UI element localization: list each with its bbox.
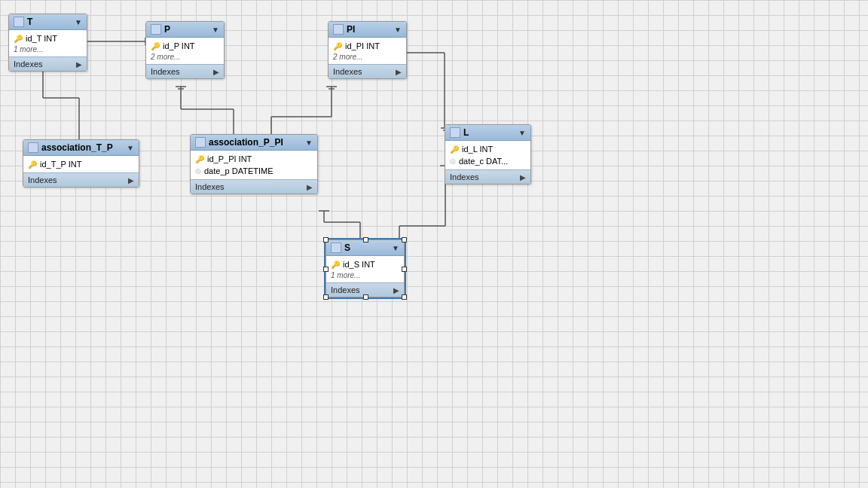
handle-tr[interactable] bbox=[402, 237, 407, 242]
table-L[interactable]: L ▼ 🔑 id_L INT ◎ date_c DAT... Indexes ▶ bbox=[445, 124, 531, 185]
table-appi-indexes-label: Indexes bbox=[195, 182, 225, 191]
table-T-dropdown[interactable]: ▼ bbox=[75, 18, 82, 26]
key-icon: 🔑 bbox=[195, 155, 204, 163]
table-P-dropdown[interactable]: ▼ bbox=[212, 26, 219, 34]
handle-mr[interactable] bbox=[402, 267, 407, 272]
handle-tl[interactable] bbox=[323, 237, 329, 242]
table-PI-name: PI bbox=[347, 24, 355, 35]
key-icon: 🔑 bbox=[151, 42, 160, 50]
field-S-id: id_S INT bbox=[343, 260, 375, 269]
table-T-header[interactable]: T ▼ bbox=[9, 14, 87, 30]
table-atp-indexes-label: Indexes bbox=[28, 175, 57, 185]
table-appi-field-0: 🔑 id_P_PI INT bbox=[191, 153, 317, 165]
connector-canvas bbox=[0, 0, 868, 488]
table-PI-more[interactable]: 2 more... bbox=[329, 52, 406, 62]
table-P-body: 🔑 id_P INT 2 more... bbox=[146, 38, 224, 64]
table-P-header[interactable]: P ▼ bbox=[146, 22, 224, 38]
table-atp-indexes-arrow: ▶ bbox=[128, 176, 134, 185]
table-association-P-PI[interactable]: association_P_PI ▼ 🔑 id_P_PI INT ◎ date_… bbox=[190, 134, 318, 194]
table-appi-indexes[interactable]: Indexes ▶ bbox=[191, 179, 317, 194]
field-appi-id: id_P_PI INT bbox=[207, 154, 252, 163]
table-P-indexes[interactable]: Indexes ▶ bbox=[146, 64, 224, 78]
table-S-name: S bbox=[344, 242, 350, 253]
table-L-field-1: ◎ date_c DAT... bbox=[445, 155, 530, 167]
table-PI[interactable]: PI ▼ 🔑 id_PI INT 2 more... Indexes ▶ bbox=[328, 21, 407, 79]
table-S-indexes-arrow: ▶ bbox=[393, 286, 399, 294]
handle-bl[interactable] bbox=[323, 294, 329, 300]
table-appi-indexes-arrow: ▶ bbox=[307, 183, 313, 191]
table-appi-header[interactable]: association_P_PI ▼ bbox=[191, 135, 317, 151]
table-L-header[interactable]: L ▼ bbox=[445, 125, 530, 141]
table-S-icon bbox=[331, 242, 341, 253]
table-S[interactable]: S ▼ 🔑 id_S INT 1 more... Indexes ▶ bbox=[326, 239, 405, 297]
field-P-id: id_P INT bbox=[163, 41, 195, 50]
table-T-indexes[interactable]: Indexes ▶ bbox=[9, 56, 87, 71]
table-L-indexes-label: Indexes bbox=[450, 172, 479, 181]
table-atp-indexes[interactable]: Indexes ▶ bbox=[23, 172, 139, 187]
table-appi-name: association_P_PI bbox=[209, 137, 283, 148]
key-icon: 🔑 bbox=[331, 261, 340, 269]
table-S-body: 🔑 id_S INT 1 more... bbox=[326, 256, 404, 282]
table-T-name: T bbox=[27, 17, 32, 27]
table-T-icon bbox=[14, 17, 24, 27]
circle-icon: ◎ bbox=[195, 167, 201, 175]
table-P[interactable]: P ▼ 🔑 id_P INT 2 more... Indexes ▶ bbox=[145, 21, 225, 79]
table-PI-field-0: 🔑 id_PI INT bbox=[329, 40, 406, 52]
field-L-id: id_L INT bbox=[462, 145, 493, 154]
table-P-indexes-label: Indexes bbox=[151, 67, 180, 76]
table-appi-dropdown[interactable]: ▼ bbox=[305, 139, 313, 147]
table-atp-name: association_T_P bbox=[41, 142, 113, 153]
field-T-id: id_T INT bbox=[26, 34, 57, 43]
handle-ml[interactable] bbox=[323, 267, 329, 272]
handle-bm[interactable] bbox=[363, 294, 368, 300]
key-icon: 🔑 bbox=[450, 145, 459, 154]
field-atp-id: id_T_P INT bbox=[40, 160, 81, 169]
table-T-indexes-arrow: ▶ bbox=[76, 60, 82, 69]
table-atp-icon bbox=[28, 142, 38, 153]
table-L-indexes[interactable]: Indexes ▶ bbox=[445, 169, 530, 184]
table-T-indexes-label: Indexes bbox=[14, 59, 43, 69]
handle-tm[interactable] bbox=[363, 237, 368, 242]
table-P-icon bbox=[151, 24, 161, 35]
table-S-header[interactable]: S ▼ bbox=[326, 240, 404, 256]
circle-icon: ◎ bbox=[450, 157, 456, 165]
table-S-more[interactable]: 1 more... bbox=[326, 270, 404, 280]
key-icon: 🔑 bbox=[333, 42, 342, 50]
table-atp-dropdown[interactable]: ▼ bbox=[127, 144, 134, 152]
handle-br[interactable] bbox=[402, 294, 407, 300]
table-T[interactable]: T ▼ 🔑 id_T INT 1 more... Indexes ▶ bbox=[8, 14, 87, 72]
table-L-name: L bbox=[463, 127, 469, 138]
table-P-name: P bbox=[164, 24, 170, 35]
table-T-more[interactable]: 1 more... bbox=[9, 44, 87, 54]
table-L-body: 🔑 id_L INT ◎ date_c DAT... bbox=[445, 141, 530, 169]
table-atp-field-0: 🔑 id_T_P INT bbox=[23, 158, 139, 170]
table-PI-indexes-label: Indexes bbox=[333, 67, 362, 76]
table-T-body: 🔑 id_T INT 1 more... bbox=[9, 30, 87, 56]
table-appi-body: 🔑 id_P_PI INT ◎ date_p DATETIME bbox=[191, 151, 317, 179]
table-L-icon bbox=[450, 127, 460, 138]
key-icon: 🔑 bbox=[28, 160, 37, 169]
table-atp-body: 🔑 id_T_P INT bbox=[23, 156, 139, 172]
table-atp-header[interactable]: association_T_P ▼ bbox=[23, 140, 139, 156]
table-association-T-P[interactable]: association_T_P ▼ 🔑 id_T_P INT Indexes ▶ bbox=[23, 139, 139, 188]
field-appi-date: date_p DATETIME bbox=[204, 166, 274, 175]
table-PI-dropdown[interactable]: ▼ bbox=[394, 26, 402, 34]
table-P-field-0: 🔑 id_P INT bbox=[146, 40, 224, 52]
table-PI-icon bbox=[333, 24, 344, 35]
table-P-indexes-arrow: ▶ bbox=[213, 68, 219, 76]
table-appi-field-1: ◎ date_p DATETIME bbox=[191, 165, 317, 177]
table-PI-body: 🔑 id_PI INT 2 more... bbox=[329, 38, 406, 64]
table-PI-indexes-arrow: ▶ bbox=[396, 68, 402, 76]
table-S-indexes-label: Indexes bbox=[331, 285, 360, 294]
table-P-more[interactable]: 2 more... bbox=[146, 52, 224, 62]
table-PI-indexes[interactable]: Indexes ▶ bbox=[329, 64, 406, 78]
table-T-field-0: 🔑 id_T INT bbox=[9, 32, 87, 44]
table-S-field-0: 🔑 id_S INT bbox=[326, 258, 404, 270]
table-PI-header[interactable]: PI ▼ bbox=[329, 22, 406, 38]
table-L-indexes-arrow: ▶ bbox=[520, 173, 526, 181]
table-L-dropdown[interactable]: ▼ bbox=[518, 129, 526, 137]
table-S-dropdown[interactable]: ▼ bbox=[392, 244, 399, 252]
key-icon: 🔑 bbox=[14, 35, 23, 43]
field-PI-id: id_PI INT bbox=[345, 41, 380, 50]
table-L-field-0: 🔑 id_L INT bbox=[445, 143, 530, 155]
